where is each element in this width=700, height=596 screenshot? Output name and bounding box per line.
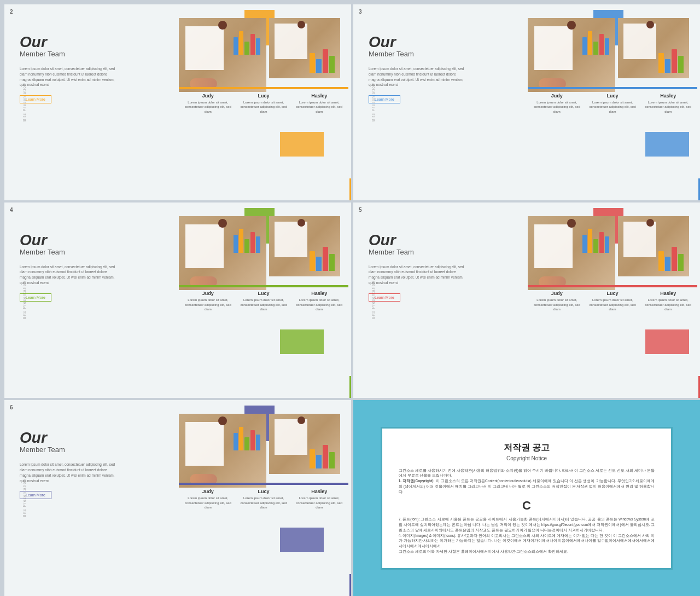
images-area: Judy Lorem ipsum dolor sit amet, consect… <box>179 211 348 312</box>
member-name: Lucy <box>237 291 290 296</box>
our-title: Our <box>369 233 467 248</box>
left-content: Our Member Team Lorem ipsum dolor sit am… <box>369 233 467 302</box>
accent-rect-bottom <box>280 528 324 552</box>
main-photo <box>179 216 266 290</box>
slide-4: 4 Bits Presentation <box>4 202 351 398</box>
member-desc: Lorem ipsum dolor sit amet, consectetuer… <box>182 100 235 114</box>
member-desc: Lorem ipsum dolor sit amet, consectetuer… <box>182 496 235 510</box>
secondary-photo <box>269 216 340 276</box>
lorem-text: Lorem ipsum dolor sit amet, consectetuer… <box>20 462 118 483</box>
divider-line <box>179 87 348 89</box>
member-desc: Lorem ipsum dolor sit amet, consectetuer… <box>293 298 346 311</box>
member-name: Judy <box>182 291 235 296</box>
images-area: Judy Lorem ipsum dolor sit amet, consect… <box>179 13 348 114</box>
copyright-body: 그린소스 세로를 사용하시기 전에 사용약관(사용의 허용범위와 소지권)을 읽… <box>399 468 655 554</box>
member-name: Lucy <box>237 93 290 99</box>
member-desc: Lorem ipsum dolor sit amet, consectetuer… <box>641 298 695 311</box>
slide-number: 2 <box>10 9 13 15</box>
slide-2: 2 Bits Presentation <box>4 4 351 200</box>
member-name: Judy <box>182 93 235 99</box>
copyright-slide: 저작권 공고 Copyright Notice 그린소스 세로를 사용하시기 전… <box>353 400 700 596</box>
slide-number: 3 <box>359 9 362 15</box>
our-title: Our <box>20 34 118 50</box>
main-photo <box>528 18 615 92</box>
member-name: Hasley <box>641 291 695 296</box>
member-card: Lucy Lorem ipsum dolor sit amet, consect… <box>237 291 290 311</box>
copyright-inner: 저작권 공고 Copyright Notice 그린소스 세로를 사용하시기 전… <box>381 427 673 570</box>
member-desc: Lorem ipsum dolor sit amet, consectetuer… <box>530 298 584 311</box>
our-title: Our <box>20 233 118 248</box>
learn-more-button[interactable]: Learn More <box>20 95 51 103</box>
member-desc: Lorem ipsum dolor sit amet, consectetuer… <box>182 298 235 311</box>
member-desc: Lorem ipsum dolor sit amet, consectetuer… <box>237 496 290 510</box>
slide-3: 3 Bits Presentation <box>353 4 700 200</box>
accent-rect-bottom <box>645 329 689 354</box>
team-members: Judy Lorem ipsum dolor sit amet, consect… <box>528 291 697 311</box>
member-card: Judy Lorem ipsum dolor sit amet, consect… <box>530 291 584 311</box>
secondary-photo <box>618 216 689 276</box>
member-team-subtitle: Member Team <box>369 248 467 256</box>
accent-rect-bottom <box>280 329 324 354</box>
member-card: Lucy Lorem ipsum dolor sit amet, consect… <box>586 291 639 311</box>
member-card: Hasley Lorem ipsum dolor sit amet, conse… <box>641 291 695 311</box>
divider-line <box>179 483 348 485</box>
divider-line <box>528 285 697 287</box>
main-photo <box>179 414 266 488</box>
lorem-text: Lorem ipsum dolor sit amet, consectetuer… <box>20 66 118 88</box>
member-name: Hasley <box>293 93 346 99</box>
secondary-photo <box>618 18 689 78</box>
copyright-title-en: Copyright Notice <box>399 455 655 461</box>
member-card: Hasley Lorem ipsum dolor sit amet, conse… <box>293 291 346 311</box>
member-name: Hasley <box>641 93 695 99</box>
main-photo <box>528 216 615 290</box>
member-card: Judy Lorem ipsum dolor sit amet, consect… <box>182 489 235 510</box>
member-card: Hasley Lorem ipsum dolor sit amet, conse… <box>641 93 695 114</box>
member-card: Judy Lorem ipsum dolor sit amet, consect… <box>530 93 584 114</box>
main-photo <box>179 18 266 92</box>
slide-number: 4 <box>10 207 13 213</box>
learn-more-button[interactable]: Learn More <box>369 95 400 103</box>
vert-indicator <box>349 574 351 596</box>
team-members: Judy Lorem ipsum dolor sit amet, consect… <box>179 93 348 114</box>
learn-more-button[interactable]: Learn More <box>369 293 400 302</box>
member-name: Judy <box>182 489 235 494</box>
member-card: Lucy Lorem ipsum dolor sit amet, consect… <box>237 489 290 510</box>
member-name: Lucy <box>586 291 639 296</box>
lorem-text: Lorem ipsum dolor sit amet, consectetuer… <box>20 264 118 286</box>
our-title: Our <box>369 34 467 50</box>
slide-5: 5 Bits Presentation <box>353 202 700 398</box>
member-card: Lucy Lorem ipsum dolor sit amet, consect… <box>237 93 290 114</box>
member-card: Hasley Lorem ipsum dolor sit amet, conse… <box>293 93 346 114</box>
member-desc: Lorem ipsum dolor sit amet, consectetuer… <box>586 298 639 311</box>
left-content: Our Member Team Lorem ipsum dolor sit am… <box>20 233 118 302</box>
vert-indicator <box>349 376 351 398</box>
member-team-subtitle: Member Team <box>369 50 467 58</box>
left-content: Our Member Team Lorem ipsum dolor sit am… <box>20 430 118 499</box>
member-team-subtitle: Member Team <box>20 445 118 454</box>
secondary-photo <box>269 18 340 78</box>
left-content: Our Member Team Lorem ipsum dolor sit am… <box>369 34 467 103</box>
member-name: Judy <box>530 93 584 99</box>
member-card: Judy Lorem ipsum dolor sit amet, consect… <box>182 291 235 311</box>
learn-more-button[interactable]: Learn More <box>20 293 51 302</box>
our-title: Our <box>20 430 118 445</box>
member-card: Hasley Lorem ipsum dolor sit amet, conse… <box>293 489 346 510</box>
member-desc: Lorem ipsum dolor sit amet, consectetuer… <box>293 100 346 114</box>
vert-indicator <box>349 178 351 200</box>
team-members: Judy Lorem ipsum dolor sit amet, consect… <box>528 93 697 114</box>
left-content: Our Member Team Lorem ipsum dolor sit am… <box>20 34 118 103</box>
member-team-subtitle: Member Team <box>20 50 118 58</box>
divider-line <box>528 87 697 89</box>
learn-more-button[interactable]: Learn More <box>20 491 51 499</box>
slide-6: 6 Bits Presentation <box>4 400 351 596</box>
accent-rect-bottom <box>645 132 689 157</box>
copyright-title-kr: 저작권 공고 <box>399 442 655 454</box>
member-desc: Lorem ipsum dolor sit amet, consectetuer… <box>237 298 290 311</box>
images-area: Judy Lorem ipsum dolor sit amet, consect… <box>179 408 348 510</box>
slide-number: 6 <box>10 404 13 410</box>
accent-rect-bottom <box>280 132 324 157</box>
team-members: Judy Lorem ipsum dolor sit amet, consect… <box>179 489 348 510</box>
member-team-subtitle: Member Team <box>20 248 118 256</box>
lorem-text: Lorem ipsum dolor sit amet, consectetuer… <box>369 66 467 88</box>
member-desc: Lorem ipsum dolor sit amet, consectetuer… <box>237 100 290 114</box>
